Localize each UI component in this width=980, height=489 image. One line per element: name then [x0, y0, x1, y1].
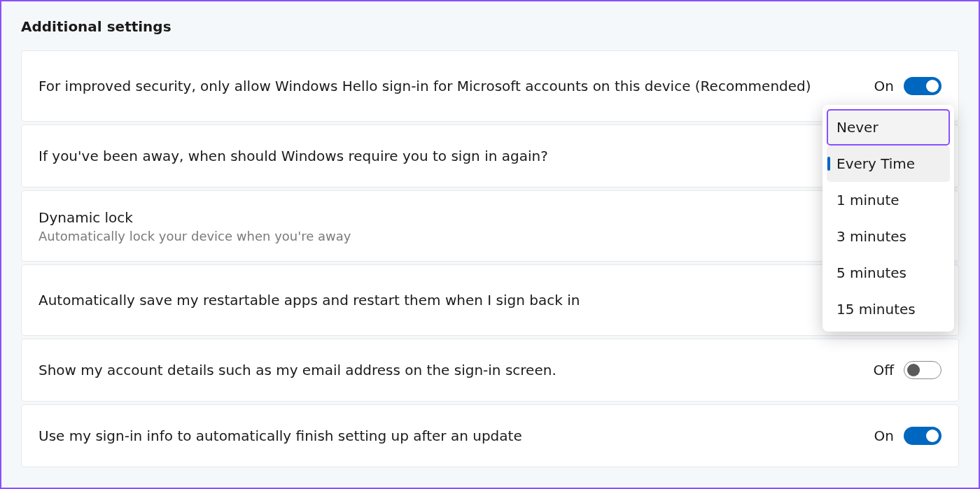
row-away-signin: If you've been away, when should Windows…: [21, 125, 959, 187]
row-dynamic-lock-label: Dynamic lock: [38, 208, 351, 227]
row-finish-setup-toggle-label: On: [874, 427, 894, 444]
dropdown-option-every-time[interactable]: Every Time: [827, 146, 950, 182]
dropdown-option-1-minute[interactable]: 1 minute: [827, 182, 950, 218]
section-title: Additional settings: [21, 18, 959, 35]
row-finish-setup-toggle[interactable]: [904, 427, 941, 445]
row-away-signin-label: If you've been away, when should Windows…: [38, 147, 548, 166]
row-show-account-label: Show my account details such as my email…: [38, 361, 556, 380]
row-show-account-toggle-label: Off: [873, 362, 894, 378]
row-dynamic-lock[interactable]: Dynamic lock Automatically lock your dev…: [21, 190, 959, 262]
dropdown-option-3-minutes[interactable]: 3 minutes: [827, 218, 950, 255]
dropdown-option-15-minutes[interactable]: 15 minutes: [827, 291, 950, 327]
dropdown-option-5-minutes[interactable]: 5 minutes: [827, 255, 950, 291]
row-finish-setup: Use my sign-in info to automatically fin…: [21, 404, 959, 467]
row-restartable-apps-label: Automatically save my restartable apps a…: [38, 291, 580, 310]
row-windows-hello: For improved security, only allow Window…: [21, 50, 959, 122]
row-show-account-toggle[interactable]: [904, 361, 941, 379]
row-show-account: Show my account details such as my email…: [21, 339, 959, 402]
row-windows-hello-toggle-label: On: [874, 78, 894, 94]
row-restartable-apps: Automatically save my restartable apps a…: [21, 264, 959, 336]
row-finish-setup-label: Use my sign-in info to automatically fin…: [38, 427, 522, 446]
dropdown-option-never[interactable]: Never: [827, 109, 950, 146]
row-windows-hello-label: For improved security, only allow Window…: [38, 77, 811, 96]
row-windows-hello-toggle[interactable]: [904, 77, 941, 95]
signin-frequency-dropdown[interactable]: Never Every Time 1 minute 3 minutes 5 mi…: [822, 105, 954, 332]
row-dynamic-lock-sublabel: Automatically lock your device when you'…: [38, 229, 351, 243]
